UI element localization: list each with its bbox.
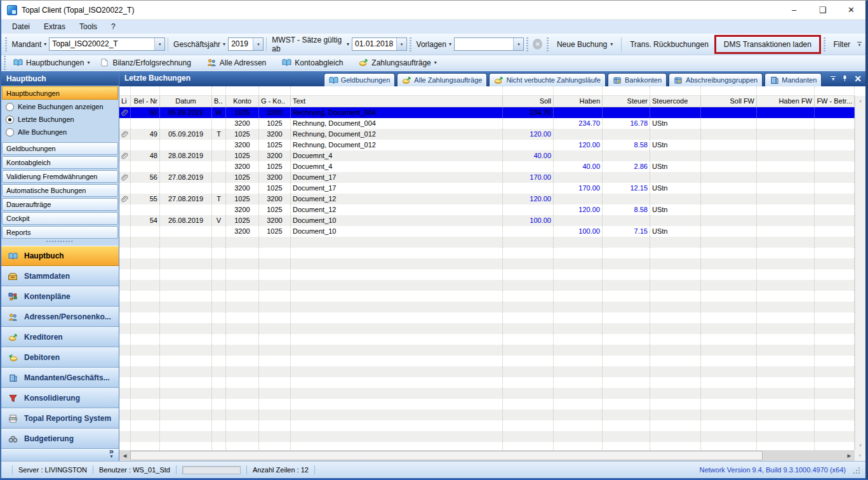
mwst-date-combobox[interactable]: 01.01.2018 ▾ [352,37,407,51]
cell-datum[interactable]: 27.08.2019 [160,172,212,183]
pin-icon[interactable] [842,73,848,84]
filter-row[interactable] [119,86,855,96]
radio-option[interactable]: Alle Buchungen [1,126,119,138]
clear-icon[interactable]: ✕ [533,39,542,50]
cell-konto[interactable]: 3200 [226,183,259,194]
cell-steuer[interactable] [603,172,650,183]
cell-konto[interactable]: 1025 [226,215,259,226]
cell-datum[interactable]: 27.08.2019 [160,194,212,204]
cell-soll-fw[interactable] [701,226,757,237]
cell-haben[interactable]: 120.00 [554,204,603,215]
cell-steuer[interactable] [603,215,650,226]
cell-steuercode[interactable]: UStn [650,140,701,150]
cell-b[interactable]: V [212,215,226,226]
cell-steuercode[interactable] [650,129,701,140]
scroll-down-icon[interactable]: ▼ [858,441,863,450]
toolbar-grip[interactable] [409,37,412,51]
cell-steuercode[interactable]: UStn [650,183,701,194]
table-row[interactable]: 55 27.08.2019 T 1025 3200 Document_12 12… [119,194,855,204]
panel-tab[interactable]: Abschreibungsgruppen [669,73,763,86]
sidebar-item-hauptbuchungen[interactable]: Hauptbuchungen [2,86,118,100]
cell-gegenkonto[interactable]: 3200 [259,172,291,183]
column-header[interactable]: Haben FW [757,96,815,107]
sidebar-section-button[interactable]: Reports [2,226,118,239]
cell-haben[interactable] [554,194,603,204]
toolbar-view-button[interactable]: Hauptbuchungen ▾ [8,57,95,69]
cell-haben-fw[interactable] [757,194,815,204]
cell-steuercode[interactable]: UStn [650,204,701,215]
sidebar-section-button[interactable]: Geldbuchungen [2,142,118,155]
cell-attachment[interactable] [119,226,131,237]
cell-konto[interactable]: 1025 [226,107,259,118]
cell-fw-betrag[interactable] [815,226,855,237]
mwst-label[interactable]: MWST - Sätze gültig ab▾ [269,36,352,53]
cell-belegnr[interactable]: 50 [131,107,160,118]
cell-steuer[interactable]: 8.58 [603,204,650,215]
mandant-label[interactable]: Mandant▾ [10,40,50,49]
cell-text[interactable]: Document_10 [291,215,503,226]
cell-gegenkonto[interactable]: 1025 [259,183,291,194]
toolbar-view-button[interactable]: Zahlungsaufträge ▾ [354,57,441,69]
cell-konto[interactable]: 3200 [226,140,259,150]
table-row[interactable]: 48 28.08.2019 1025 3200 Docuemnt_4 40.00 [119,150,855,161]
cell-text[interactable]: Docuemnt_4 [291,150,503,161]
menu-item[interactable]: Datei [5,21,37,32]
cell-steuercode[interactable]: UStn [650,118,701,129]
cell-gegenkonto[interactable]: 3200 [259,215,291,226]
cell-haben[interactable]: 100.00 [554,226,603,237]
sidebar-nav-item[interactable]: Hauptbuch [1,246,119,266]
vorlagen-combobox[interactable]: ▾ [454,37,524,51]
cell-steuer[interactable] [603,194,650,204]
cell-belegnr[interactable]: 56 [131,172,160,183]
cell-soll-fw[interactable] [701,129,757,140]
sidebar-nav-item[interactable]: Topal Reporting System [1,408,119,429]
sidebar-nav-item[interactable]: Budgetierung [1,429,119,449]
column-header[interactable]: Steuer [603,96,650,107]
toolbar-grip[interactable] [526,37,529,51]
cell-soll[interactable] [503,161,554,172]
cell-soll-fw[interactable] [701,150,757,161]
cell-haben-fw[interactable] [757,226,815,237]
cell-soll[interactable]: 170.00 [503,172,554,183]
cell-belegnr[interactable] [131,161,160,172]
cell-soll[interactable]: 234.70 [503,107,554,118]
cell-belegnr[interactable] [131,183,160,194]
table-row[interactable]: 3200 1025 Rechnung, Document_012 120.00 … [119,140,855,150]
cell-b[interactable] [212,140,226,150]
toolbar-view-button[interactable]: Alle Adressen ▾ [202,57,277,69]
cell-text[interactable]: Document_10 [291,226,503,237]
cell-attachment[interactable] [119,140,131,150]
cell-gegenkonto[interactable]: 3200 [259,150,291,161]
cell-soll[interactable]: 120.00 [503,194,554,204]
cell-b[interactable]: T [212,129,226,140]
panel-tab[interactable]: Nicht verbuchte Zahlungsläufe [489,73,606,86]
cell-fw-betrag[interactable] [815,194,855,204]
cell-konto[interactable]: 1025 [226,172,259,183]
trans-rueckbuchungen-button[interactable]: Trans. Rückbuchungen [624,37,714,51]
cell-belegnr[interactable] [131,226,160,237]
cell-konto[interactable]: 3200 [226,226,259,237]
cell-datum[interactable]: 05.09.2019 [160,107,212,118]
cell-b[interactable] [212,204,226,215]
geschaeftsjahr-combobox[interactable]: 2019 ▾ [228,37,264,51]
column-header[interactable]: FW - Betr... [815,96,855,107]
cell-soll-fw[interactable] [701,161,757,172]
sidebar-section-button[interactable]: Kontoabgleich [2,156,118,169]
cell-b[interactable] [212,172,226,183]
cell-haben-fw[interactable] [757,150,815,161]
nav-overflow-button[interactable]: » ▾ [109,448,114,458]
sidebar-section-button[interactable]: Validierung Fremdwährungen [2,170,118,183]
chevron-down-icon[interactable]: ▾ [154,38,164,50]
resize-grip[interactable] [852,466,860,474]
cell-gegenkonto[interactable]: 3200 [259,129,291,140]
table-row[interactable]: 50 05.09.2019 W 1025 3200 Rechnung, Docu… [119,107,855,118]
cell-attachment[interactable] [119,161,131,172]
cell-datum[interactable] [160,161,212,172]
cell-konto[interactable]: 1025 [226,129,259,140]
cell-text[interactable]: Document_17 [291,183,503,194]
radio-option[interactable]: Keine Buchungen anzeigen [1,100,119,113]
sidebar-splitter[interactable]: ·········· [1,240,119,246]
cell-belegnr[interactable]: 54 [131,215,160,226]
cell-steuer[interactable]: 2.86 [603,161,650,172]
cell-haben-fw[interactable] [757,183,815,194]
